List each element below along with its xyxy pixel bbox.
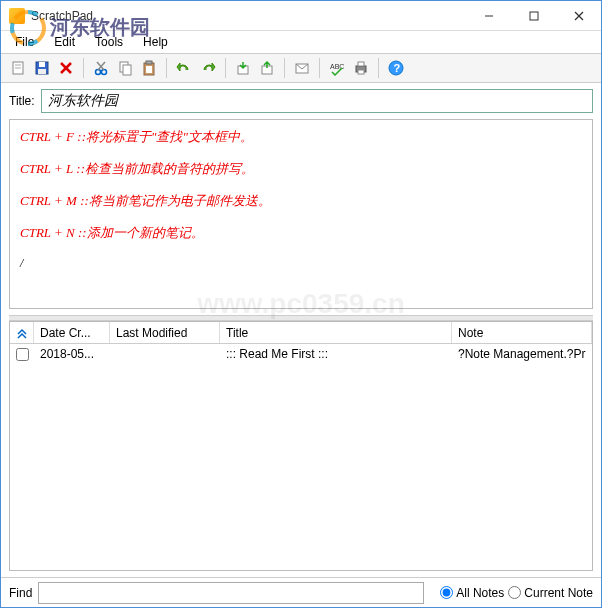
svg-text:?: ? (394, 62, 401, 74)
separator (166, 58, 167, 78)
editor-caret: / (20, 256, 582, 271)
svg-rect-8 (39, 62, 45, 67)
radio-current-note[interactable]: Current Note (508, 586, 593, 600)
svg-text:ABC: ABC (330, 63, 344, 70)
editor-line: CTRL + L ::检查当前加载的音符的拼写。 (20, 160, 582, 178)
col-last-modified[interactable]: Last Modified (110, 322, 220, 343)
app-icon (9, 8, 25, 24)
radio-all-notes-input[interactable] (440, 586, 453, 599)
svg-rect-9 (38, 69, 46, 74)
svg-rect-26 (358, 62, 364, 66)
expand-all-icon[interactable] (10, 322, 34, 343)
cut-icon[interactable] (90, 57, 112, 79)
svg-rect-19 (146, 61, 152, 64)
cell-date: 2018-05... (34, 345, 110, 363)
menu-tools[interactable]: Tools (87, 33, 131, 51)
redo-icon[interactable] (197, 57, 219, 79)
svg-point-13 (102, 70, 107, 75)
separator (319, 58, 320, 78)
menu-help[interactable]: Help (135, 33, 176, 51)
radio-current-note-input[interactable] (508, 586, 521, 599)
svg-rect-20 (146, 66, 152, 73)
cell-note: ?Note Management.?Pr (452, 345, 592, 363)
svg-rect-17 (123, 65, 131, 75)
new-note-icon[interactable] (7, 57, 29, 79)
editor-line: CTRL + M ::将当前笔记作为电子邮件发送。 (20, 192, 582, 210)
window-title: ScratchPad (31, 9, 466, 23)
help-icon[interactable]: ? (385, 57, 407, 79)
email-icon[interactable] (291, 57, 313, 79)
col-title[interactable]: Title (220, 322, 452, 343)
editor-line: CTRL + F ::将光标置于"查找"文本框中。 (20, 128, 582, 146)
paste-icon[interactable] (138, 57, 160, 79)
spellcheck-icon[interactable]: ABC (326, 57, 348, 79)
separator (225, 58, 226, 78)
radio-all-notes[interactable]: All Notes (440, 586, 504, 600)
svg-rect-27 (358, 70, 364, 74)
cell-modified (110, 352, 220, 356)
svg-point-12 (96, 70, 101, 75)
col-date-created[interactable]: Date Cr... (34, 322, 110, 343)
separator (284, 58, 285, 78)
table-row[interactable]: 2018-05... ::: Read Me First ::: ?Note M… (10, 344, 592, 364)
maximize-button[interactable] (511, 1, 556, 31)
title-input[interactable] (41, 89, 593, 113)
find-label: Find (9, 586, 32, 600)
menu-file[interactable]: File (7, 33, 42, 51)
delete-icon[interactable] (55, 57, 77, 79)
separator (378, 58, 379, 78)
import-icon[interactable] (232, 57, 254, 79)
minimize-button[interactable] (466, 1, 511, 31)
undo-icon[interactable] (173, 57, 195, 79)
print-icon[interactable] (350, 57, 372, 79)
svg-rect-1 (530, 12, 538, 20)
cell-title: ::: Read Me First ::: (220, 345, 452, 363)
col-note[interactable]: Note (452, 322, 592, 343)
editor-line: CTRL + N ::添加一个新的笔记。 (20, 224, 582, 242)
save-icon[interactable] (31, 57, 53, 79)
title-label: Title: (9, 94, 35, 108)
find-input[interactable] (38, 582, 424, 604)
close-button[interactable] (556, 1, 601, 31)
separator (83, 58, 84, 78)
note-editor[interactable]: CTRL + F ::将光标置于"查找"文本框中。 CTRL + L ::检查当… (9, 119, 593, 309)
export-icon[interactable] (256, 57, 278, 79)
copy-icon[interactable] (114, 57, 136, 79)
row-checkbox[interactable] (16, 348, 29, 361)
menu-edit[interactable]: Edit (46, 33, 83, 51)
